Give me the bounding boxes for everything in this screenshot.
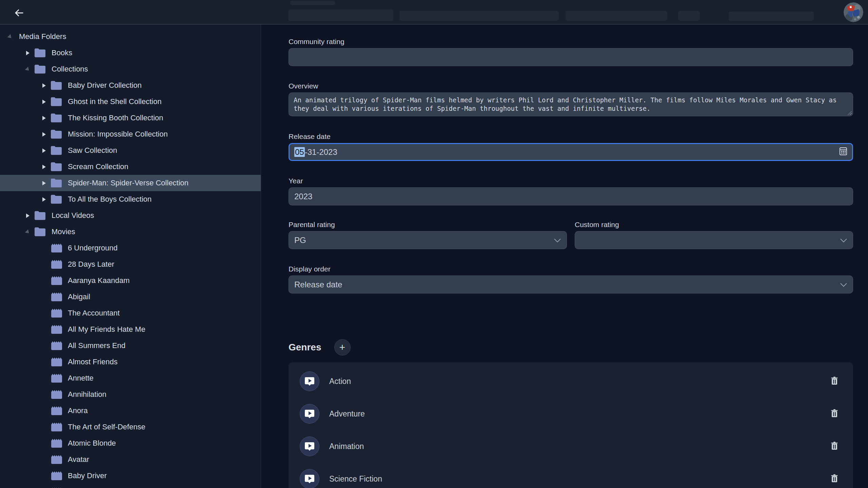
back-arrow-icon: [14, 8, 24, 18]
overview-textarea[interactable]: An animated trilogy of Spider-Man films …: [289, 93, 853, 116]
item-icon: [34, 210, 46, 221]
tree-item[interactable]: Baby Driver: [0, 468, 261, 484]
expander-arrow-icon[interactable]: [24, 50, 31, 56]
item-icon: [50, 471, 62, 481]
expander-arrow-icon[interactable]: [24, 67, 31, 72]
media-folder-tree: Media Folders Books Collections Baby Dri…: [0, 24, 261, 488]
parental-rating-select[interactable]: PG: [289, 231, 567, 249]
expander-arrow-icon[interactable]: [40, 132, 47, 137]
expander-arrow-icon[interactable]: [40, 83, 47, 88]
display-order-select[interactable]: Release date: [289, 276, 853, 293]
year-label: Year: [289, 177, 853, 185]
tree-item[interactable]: 6 Underground: [0, 240, 261, 256]
tree-item-label: The Art of Self-Defense: [68, 423, 145, 431]
tree-item-label: Almost Friends: [68, 358, 118, 366]
custom-rating-label: Custom rating: [575, 220, 853, 229]
tree-item[interactable]: Media Folders: [0, 28, 261, 45]
expander-arrow-icon[interactable]: [40, 197, 47, 202]
community-rating-label: Community rating: [289, 37, 853, 46]
delete-genre-button[interactable]: [829, 473, 840, 485]
expander-arrow-icon[interactable]: [40, 116, 47, 121]
tree-item-label: All My Friends Hate Me: [68, 325, 145, 334]
tree-item[interactable]: Aaranya Kaandam: [0, 272, 261, 289]
user-avatar[interactable]: [844, 2, 863, 22]
tree-item-label: Atomic Blonde: [68, 439, 116, 448]
tree-item[interactable]: 28 Days Later: [0, 256, 261, 272]
release-date-value: 05-31-2023: [294, 147, 337, 157]
expander-arrow-icon[interactable]: [24, 213, 31, 218]
expander-arrow-icon[interactable]: [40, 148, 47, 153]
tree-item[interactable]: Collections: [0, 61, 261, 77]
tree-item[interactable]: Atomic Blonde: [0, 435, 261, 451]
item-icon: [50, 259, 62, 269]
tree-item[interactable]: Local Videos: [0, 207, 261, 224]
metadata-editor: Community rating Overview An animated tr…: [261, 24, 868, 488]
expander-arrow-icon[interactable]: [40, 181, 47, 186]
calendar-icon[interactable]: [839, 147, 847, 158]
expander-arrow-icon[interactable]: [24, 229, 31, 235]
release-date-input[interactable]: 05-31-2023: [289, 143, 853, 161]
tree-item[interactable]: Anora: [0, 403, 261, 419]
parental-rating-label: Parental rating: [289, 220, 567, 229]
tree-item[interactable]: Annihilation: [0, 386, 261, 403]
item-icon: [50, 373, 62, 383]
movie-genre-icon: [300, 371, 319, 391]
item-icon: [50, 454, 62, 465]
expander-arrow-icon[interactable]: [40, 99, 47, 104]
item-icon: [50, 113, 62, 123]
tree-item[interactable]: The Accountant: [0, 305, 261, 321]
year-input[interactable]: 2023: [289, 187, 853, 205]
blurred-text-block: [290, 1, 335, 5]
movie-genre-icon: [300, 469, 319, 488]
tree-item[interactable]: The Kissing Booth Collection: [0, 110, 261, 126]
blurred-text-block: [566, 11, 667, 21]
chevron-down-icon: [554, 236, 561, 245]
item-icon: [50, 194, 62, 204]
tree-item[interactable]: Scream Collection: [0, 159, 261, 175]
tree-item[interactable]: The Art of Self-Defense: [0, 419, 261, 435]
item-icon: [50, 292, 62, 302]
tree-item[interactable]: Movies: [0, 224, 261, 240]
tree-item-label: Baby Driver: [68, 471, 107, 480]
delete-genre-button[interactable]: [829, 375, 840, 388]
item-icon: [50, 243, 62, 253]
tree-item-label: To All the Boys Collection: [68, 195, 152, 204]
delete-genre-button[interactable]: [829, 440, 840, 453]
genre-label: Action: [329, 377, 829, 386]
tree-item-label: Aaranya Kaandam: [68, 276, 130, 285]
tree-item[interactable]: Mission: Impossible Collection: [0, 126, 261, 142]
community-rating-input[interactable]: [289, 48, 853, 66]
blurred-text-block: [288, 9, 393, 21]
tree-item-label: Ghost in the Shell Collection: [68, 97, 161, 106]
item-icon: [50, 145, 62, 156]
tree-item-label: Scream Collection: [68, 162, 129, 171]
blurred-text-block: [678, 11, 700, 21]
tree-item[interactable]: Annette: [0, 370, 261, 386]
trash-icon: [831, 474, 838, 484]
tree-item[interactable]: All Summers End: [0, 338, 261, 354]
tree-item[interactable]: Babyteeth: [0, 484, 261, 488]
tree-item[interactable]: Abigail: [0, 289, 261, 305]
tree-item[interactable]: All My Friends Hate Me: [0, 321, 261, 338]
custom-rating-select[interactable]: [575, 231, 853, 249]
tree-item[interactable]: Books: [0, 45, 261, 61]
item-icon: [50, 80, 62, 90]
overview-label: Overview: [289, 82, 853, 90]
genre-row: Animation: [289, 430, 853, 463]
delete-genre-button[interactable]: [829, 408, 840, 420]
tree-item[interactable]: Ghost in the Shell Collection: [0, 94, 261, 110]
tree-item[interactable]: To All the Boys Collection: [0, 191, 261, 207]
expander-arrow-icon[interactable]: [6, 34, 14, 39]
genres-heading: Genres: [289, 342, 321, 353]
tree-item[interactable]: Saw Collection: [0, 142, 261, 159]
tree-item[interactable]: Baby Driver Collection: [0, 77, 261, 94]
add-genre-button[interactable]: +: [334, 339, 351, 355]
back-button[interactable]: [12, 5, 26, 20]
tree-item[interactable]: Avatar: [0, 451, 261, 468]
tree-item-label: Local Videos: [52, 211, 94, 220]
tree-item[interactable]: Spider-Man: Spider-Verse Collection: [0, 175, 261, 191]
tree-item-label: Movies: [52, 227, 75, 236]
expander-arrow-icon[interactable]: [40, 164, 47, 169]
tree-item[interactable]: Almost Friends: [0, 354, 261, 370]
item-icon: [50, 357, 62, 367]
